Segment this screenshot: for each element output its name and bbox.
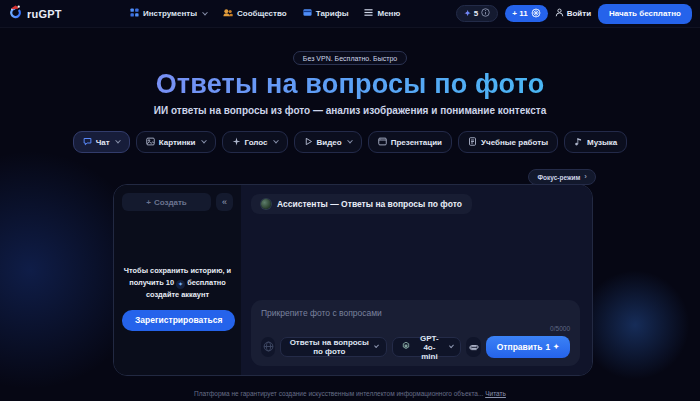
openai-icon bbox=[401, 341, 411, 353]
message-input[interactable] bbox=[261, 308, 477, 326]
chevron-down-icon bbox=[374, 343, 379, 348]
collapse-sidebar-button[interactable]: « bbox=[216, 193, 233, 211]
logo-title: ruGPT bbox=[27, 8, 62, 20]
chevron-down-icon bbox=[115, 138, 121, 144]
tab-label: Голос bbox=[245, 138, 268, 147]
paperclip-icon bbox=[469, 340, 479, 355]
collapse-icon: « bbox=[222, 197, 227, 207]
hero-badge: Без VPN. Бесплатно. Быстро bbox=[293, 51, 407, 65]
logo-icon bbox=[8, 4, 23, 23]
tools-icon bbox=[130, 8, 139, 19]
tool-tabs: Чат Картинки Голос Видео Презентации Уче… bbox=[0, 131, 700, 153]
disclaimer-text: Платформа не гарантирует создание искусс… bbox=[194, 390, 483, 397]
bonus-pill[interactable]: + 11 bbox=[505, 5, 547, 22]
start-free-button[interactable]: Начать бесплатно bbox=[598, 4, 692, 24]
hero-subtitle: ИИ ответы на вопросы из фото — анализ из… bbox=[150, 103, 550, 118]
community-icon bbox=[223, 8, 233, 19]
nav-label: Инструменты bbox=[143, 9, 197, 18]
music-icon bbox=[574, 137, 583, 148]
promo-line: получить 10 ✦ бесплатно bbox=[122, 277, 233, 289]
model-select[interactable]: GPT-4o-mini bbox=[392, 337, 461, 357]
chevron-down-icon bbox=[347, 138, 353, 144]
tab-label: Картинки bbox=[159, 138, 196, 147]
model-select-value: GPT-4o-mini bbox=[415, 334, 443, 361]
sparkle-icon: ✦ bbox=[553, 343, 559, 351]
menu-icon bbox=[364, 8, 373, 19]
nav-item-community[interactable]: Сообщество bbox=[223, 8, 287, 19]
assistant-header[interactable]: Ассистенты — Ответы на вопросы по фото bbox=[251, 194, 472, 214]
chat-area: Ассистенты — Ответы на вопросы по фото 0… bbox=[241, 185, 592, 375]
tab-label: Презентации bbox=[391, 138, 442, 147]
assistant-select[interactable]: Ответы на вопросы по фото bbox=[280, 337, 387, 357]
send-button[interactable]: Отправить 1 ✦ bbox=[486, 336, 570, 358]
tab-images[interactable]: Картинки bbox=[136, 131, 216, 153]
tab-presentations[interactable]: Презентации bbox=[368, 131, 452, 153]
send-cost: 1 bbox=[545, 342, 550, 352]
tab-chat[interactable]: Чат bbox=[73, 131, 130, 153]
plus-icon: + bbox=[146, 198, 151, 207]
bonus-value: + 11 bbox=[512, 9, 527, 18]
nav-label: Сообщество bbox=[237, 9, 287, 18]
send-label: Отправить bbox=[497, 342, 543, 352]
chevron-down-icon bbox=[449, 343, 454, 348]
login-button[interactable]: Войти bbox=[555, 8, 591, 19]
nav-item-menu[interactable]: Меню bbox=[364, 8, 400, 19]
assistant-title: Ассистенты — Ответы на вопросы по фото bbox=[277, 199, 462, 209]
study-icon bbox=[468, 137, 477, 148]
assistant-select-value: Ответы на вопросы по фото bbox=[289, 338, 369, 356]
coin-icon bbox=[531, 8, 541, 20]
header: ruGPT Инструменты Сообщество Тарифы bbox=[0, 0, 700, 28]
chevron-down-icon bbox=[202, 9, 208, 15]
chat-panel: + Создать « Чтобы сохранить историю, и п… bbox=[113, 184, 593, 376]
sidebar: + Создать « Чтобы сохранить историю, и п… bbox=[114, 185, 241, 375]
chevron-right-icon: › bbox=[584, 173, 587, 181]
nav-label: Меню bbox=[377, 9, 400, 18]
web-search-button[interactable] bbox=[261, 337, 275, 357]
assistant-avatar bbox=[261, 199, 271, 209]
nav-label: Тарифы bbox=[316, 9, 349, 18]
chevron-down-icon bbox=[273, 138, 279, 144]
tab-voice[interactable]: Голос bbox=[222, 131, 288, 153]
tab-video[interactable]: Видео bbox=[294, 131, 362, 153]
footer-disclaimer: Платформа не гарантирует создание искусс… bbox=[0, 390, 700, 397]
login-label: Войти bbox=[567, 9, 591, 18]
presentations-icon bbox=[378, 137, 387, 148]
tab-label: Чат bbox=[96, 138, 110, 147]
user-icon bbox=[555, 8, 564, 19]
header-actions: ✦ 5 + 11 Войти Начать бесплатно bbox=[456, 4, 692, 24]
tab-label: Видео bbox=[317, 138, 342, 147]
nav-item-tariffs[interactable]: Тарифы bbox=[303, 8, 349, 19]
token-icon: ✦ bbox=[176, 280, 185, 289]
register-button[interactable]: Зарегистрироваться bbox=[122, 310, 235, 331]
nav-item-tools[interactable]: Инструменты bbox=[130, 8, 207, 19]
composer-controls: Ответы на вопросы по фото GPT-4o-mini bbox=[261, 336, 570, 358]
background-glow-right bbox=[580, 270, 690, 380]
signup-promo: Чтобы сохранить историю, и получить 10 ✦… bbox=[122, 265, 233, 302]
create-button[interactable]: + Создать bbox=[122, 193, 211, 211]
attach-button[interactable] bbox=[466, 337, 480, 357]
promo-line: создайте аккаунт bbox=[122, 289, 233, 301]
page-title: Ответы на вопросы по фото bbox=[0, 69, 700, 100]
info-icon[interactable] bbox=[481, 8, 490, 19]
char-counter: 0/5000 bbox=[550, 325, 570, 332]
credits-pill[interactable]: ✦ 5 bbox=[456, 5, 498, 22]
tab-label: Учебные работы bbox=[481, 138, 548, 147]
sparkle-icon: ✦ bbox=[464, 9, 471, 18]
tab-label: Музыка bbox=[587, 138, 617, 147]
credits-value: 5 bbox=[474, 9, 478, 18]
chevron-down-icon bbox=[201, 138, 207, 144]
create-label: Создать bbox=[154, 198, 187, 207]
voice-icon bbox=[232, 137, 241, 148]
message-composer: 0/5000 Ответы на вопросы по фото GPT-4o-… bbox=[251, 300, 580, 366]
globe-icon bbox=[263, 340, 274, 355]
promo-line: Чтобы сохранить историю, и bbox=[122, 265, 233, 277]
video-icon bbox=[304, 137, 313, 148]
chat-icon bbox=[83, 137, 92, 148]
tab-study-works[interactable]: Учебные работы bbox=[458, 131, 558, 153]
logo[interactable]: ruGPT bbox=[8, 4, 62, 23]
read-more-link[interactable]: Читать bbox=[485, 390, 506, 397]
tab-music[interactable]: Музыка bbox=[564, 131, 627, 153]
focus-mode-button[interactable]: Фокус-режим › bbox=[528, 169, 596, 185]
main-nav: Инструменты Сообщество Тарифы Меню bbox=[130, 8, 400, 19]
focus-mode-label: Фокус-режим bbox=[537, 174, 580, 181]
